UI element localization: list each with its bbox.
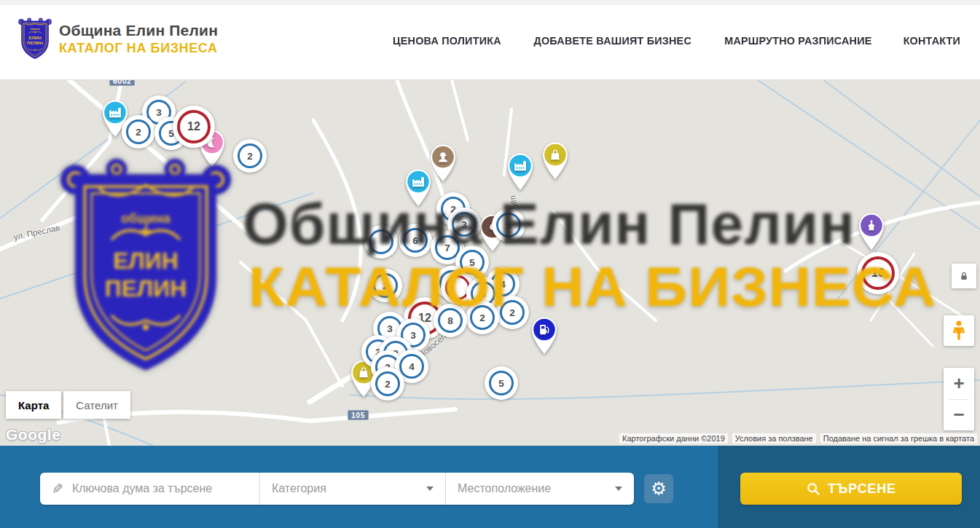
site-subtitle: КАТАЛОГ НА БИЗНЕСА — [59, 41, 218, 56]
header: Община Елин Пелин КАТАЛОГ НА БИЗНЕСА ЦЕН… — [0, 0, 980, 80]
cluster-count: 4 — [399, 354, 424, 379]
church-pin-marker[interactable] — [855, 210, 887, 254]
cluster-marker[interactable]: 8 — [434, 304, 467, 337]
pencil-icon: ✎ — [52, 481, 63, 497]
page: община ЕЛИН ПЕЛИН Община Елин Пелин КАТА… — [0, 0, 980, 528]
cluster-count: 5 — [496, 213, 521, 237]
map-attribution: Картографски данни ©2019 Условия за полз… — [619, 433, 977, 444]
site-title-block: Община Елин Пелин КАТАЛОГ НА БИЗНЕСА — [59, 22, 218, 56]
cluster-marker[interactable]: 5 — [485, 366, 518, 400]
site-logo[interactable]: Община Елин Пелин КАТАЛОГ НА БИЗНЕСА — [18, 17, 218, 60]
zoom-out-button[interactable]: − — [944, 400, 974, 431]
map-type-map-button[interactable]: Карта — [6, 391, 61, 419]
fuel-pin-marker[interactable] — [528, 315, 560, 358]
site-title: Община Елин Пелин — [59, 22, 218, 39]
zoom-control: + − — [944, 368, 974, 430]
map-type-control: Карта Сателит — [6, 391, 130, 419]
pegman-control[interactable] — [944, 315, 974, 346]
gear-icon: ⚙ — [651, 480, 667, 497]
location-select-label: Местоположение — [458, 482, 615, 495]
map-lock-control[interactable] — [952, 264, 976, 288]
cluster-marker[interactable]: 5 — [492, 208, 525, 242]
advanced-settings-button[interactable]: ⚙ — [644, 474, 673, 503]
zoom-in-button[interactable]: + — [944, 368, 974, 399]
factory-pin-marker[interactable] — [504, 151, 536, 194]
cluster-marker[interactable]: 2 — [371, 367, 404, 401]
nav-route-schedule[interactable]: МАРШРУТНО РАЗПИСАНИЕ — [725, 34, 872, 47]
google-map[interactable]: 6002105ул. Преславбул. „Новоселщи" 32512… — [0, 80, 980, 446]
cluster-marker[interactable]: 12 — [173, 106, 215, 148]
search-button[interactable]: ТЪРСЕНЕ — [740, 473, 962, 505]
cluster-marker[interactable]: 2 — [466, 301, 499, 334]
search-button-label: ТЪРСЕНЕ — [828, 481, 896, 497]
cluster-count: 2 — [470, 305, 495, 330]
lock-icon — [958, 270, 970, 282]
cluster-marker[interactable]: 6 — [399, 224, 432, 257]
location-select[interactable]: Местоположение — [446, 473, 634, 505]
municipality-crest-icon — [18, 17, 52, 60]
map-marker-layer: 325122 235675 2274822128 33383425 — [0, 80, 980, 446]
category-select-label: Категория — [272, 482, 426, 495]
google-logo[interactable]: Google — [6, 426, 60, 444]
map-type-satellite-button[interactable]: Сателит — [63, 391, 130, 419]
cluster-marker[interactable]: 2 — [369, 269, 402, 302]
chevron-down-icon — [426, 486, 434, 491]
nav-add-your-business[interactable]: ДОБАВЕТЕ ВАШИЯТ БИЗНЕС — [533, 34, 691, 47]
cluster-count: 2 — [126, 119, 151, 144]
main-nav: ЦЕНОВА ПОЛИТИКА ДОБАВЕТЕ ВАШИЯТ БИЗНЕС М… — [391, 0, 962, 80]
nav-pricing-policy[interactable]: ЦЕНОВА ПОЛИТИКА — [393, 34, 501, 47]
cluster-count: 2 — [238, 143, 262, 168]
category-select[interactable]: Категория — [260, 473, 446, 505]
nav-contacts[interactable]: КОНТАКТИ — [903, 34, 961, 47]
cluster-count: 12 — [177, 110, 211, 143]
cluster-count: 5 — [489, 371, 514, 395]
attribution-copyright: Картографски данни ©2019 — [619, 433, 728, 444]
cluster-count: 10 — [861, 256, 895, 290]
cluster-count: 6 — [403, 228, 428, 253]
pegman-icon — [950, 320, 968, 342]
attribution-terms-link[interactable]: Условия за ползване — [732, 433, 816, 444]
keyword-field[interactable]: ✎ — [40, 473, 260, 505]
cluster-count: 2 — [375, 371, 400, 396]
cluster-marker[interactable]: 10 — [857, 252, 899, 294]
cluster-marker[interactable]: 2 — [495, 296, 529, 329]
search-icon — [806, 481, 820, 496]
factory-pin-marker[interactable] — [402, 167, 434, 210]
cluster-count: 2 — [500, 300, 525, 325]
chevron-down-icon — [615, 486, 622, 491]
cluster-count: 8 — [438, 308, 463, 333]
cluster-count: 2 — [373, 273, 398, 298]
cluster-marker[interactable]: 2 — [233, 139, 267, 173]
cluster-marker[interactable] — [364, 225, 398, 259]
bag-pin-marker[interactable] — [539, 140, 571, 184]
attribution-report-error-link[interactable]: Подаване на сигнал за грешка в картата — [820, 433, 977, 444]
cluster-marker[interactable]: 2 — [122, 115, 155, 149]
search-bar: ✎ Категория Местоположение ⚙ ТЪРСЕНЕ — [0, 446, 980, 528]
search-field-group: ✎ Категория Местоположение — [40, 473, 634, 505]
cluster-count — [369, 229, 393, 254]
keyword-input[interactable] — [71, 481, 259, 496]
